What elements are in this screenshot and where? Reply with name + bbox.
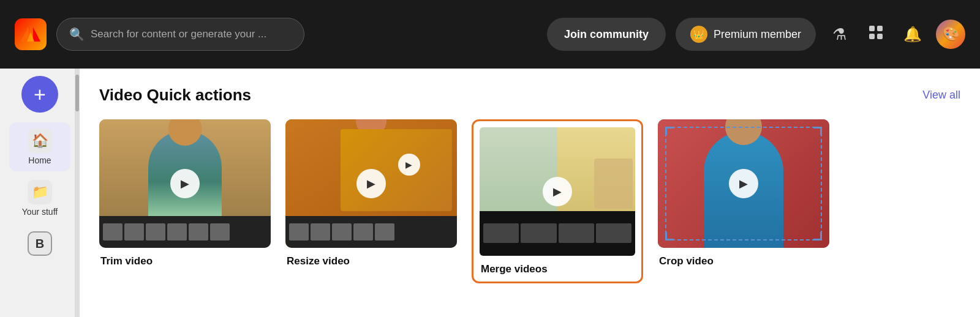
filmstrip-frame bbox=[332, 223, 352, 241]
play-button-crop[interactable]: ▶ bbox=[729, 169, 758, 198]
plus-icon: + bbox=[34, 84, 46, 105]
filmstrip-frame bbox=[167, 223, 187, 241]
svg-rect-1 bbox=[877, 26, 883, 31]
section-header: Video Quick actions View all bbox=[99, 86, 960, 105]
merge-glass bbox=[594, 158, 633, 209]
top-navigation: 🔍 Search for content or generate your ..… bbox=[0, 0, 980, 69]
trim-video-label: Trim video bbox=[99, 255, 271, 267]
merge-videos-label: Merge videos bbox=[480, 263, 635, 275]
merge-videos-thumbnail: ▶ bbox=[480, 127, 635, 256]
bell-button[interactable]: 🔔 bbox=[899, 21, 926, 48]
section-title: Video Quick actions bbox=[99, 86, 251, 105]
sidebar: + 🏠 Home 📁 Your stuff B bbox=[0, 69, 80, 317]
merge-filmstrip-frame bbox=[596, 223, 631, 243]
crown-icon: 👑 bbox=[690, 26, 707, 43]
merge-filmstrip-frame bbox=[559, 223, 594, 243]
crop-corner-tl bbox=[665, 127, 674, 135]
filmstrip-frame bbox=[189, 223, 208, 241]
avatar-emoji: 🎨 bbox=[943, 26, 959, 42]
play-button-resize-overlay[interactable]: ▶ bbox=[398, 154, 420, 176]
sidebar-scrollbar-thumb bbox=[75, 75, 79, 111]
crop-corner-bl bbox=[665, 232, 674, 241]
join-community-button[interactable]: Join community bbox=[547, 18, 666, 51]
svg-rect-2 bbox=[869, 34, 875, 39]
premium-label: Premium member bbox=[714, 28, 801, 41]
sidebar-item-home-label: Home bbox=[28, 155, 51, 165]
resize-video-label: Resize video bbox=[285, 255, 457, 267]
sidebar-item-your-stuff[interactable]: 📁 Your stuff bbox=[9, 174, 70, 223]
bell-icon: 🔔 bbox=[903, 26, 922, 43]
user-avatar[interactable]: 🎨 bbox=[936, 20, 965, 49]
flask-button[interactable]: ⚗ bbox=[826, 21, 853, 48]
sidebar-item-your-stuff-label: Your stuff bbox=[22, 207, 58, 217]
svg-rect-0 bbox=[869, 26, 875, 31]
apps-icon bbox=[868, 24, 884, 44]
card-resize-video[interactable]: ▶ ▶ Resize video bbox=[285, 119, 457, 283]
crop-corner-br bbox=[813, 232, 822, 241]
merge-filmstrip-frame bbox=[521, 223, 556, 243]
flask-icon: ⚗ bbox=[832, 25, 846, 44]
view-all-link[interactable]: View all bbox=[922, 89, 960, 102]
crop-corner-tr bbox=[813, 127, 822, 135]
trim-video-head bbox=[168, 119, 202, 146]
sidebar-item-home[interactable]: 🏠 Home bbox=[9, 122, 70, 171]
crop-video-thumbnail: ▶ bbox=[658, 119, 829, 248]
resize-video-filmstrip bbox=[285, 216, 457, 248]
cards-row: ▶ Trim video bbox=[99, 119, 960, 283]
crop-video-label: Crop video bbox=[658, 255, 829, 267]
folder-icon: 📁 bbox=[32, 184, 48, 200]
search-bar[interactable]: 🔍 Search for content or generate your ..… bbox=[56, 18, 304, 51]
your-stuff-icon-container: 📁 bbox=[28, 180, 52, 204]
premium-member-button[interactable]: 👑 Premium member bbox=[676, 18, 816, 51]
filmstrip-frame bbox=[375, 223, 394, 241]
content-area: Video Quick actions View all bbox=[80, 69, 980, 317]
trim-video-main-image bbox=[99, 119, 271, 216]
search-placeholder: Search for content or generate your ... bbox=[91, 28, 266, 40]
card-crop-video[interactable]: ▶ Crop video bbox=[658, 119, 829, 283]
merge-videos-filmstrip bbox=[480, 211, 635, 256]
sidebar-item-brand[interactable]: B bbox=[9, 225, 70, 262]
apps-button[interactable] bbox=[862, 21, 889, 48]
svg-rect-3 bbox=[877, 34, 883, 39]
resize-video-thumbnail: ▶ ▶ bbox=[285, 119, 457, 248]
card-trim-video[interactable]: ▶ Trim video bbox=[99, 119, 271, 283]
filmstrip-frame bbox=[353, 223, 373, 241]
filmstrip-frame bbox=[146, 223, 165, 241]
adobe-logo[interactable] bbox=[15, 18, 47, 50]
resize-video-main-image bbox=[285, 119, 457, 216]
play-button-trim[interactable]: ▶ bbox=[170, 169, 200, 198]
home-icon: 🏠 bbox=[32, 133, 48, 149]
trim-video-thumbnail: ▶ bbox=[99, 119, 271, 248]
filmstrip-frame bbox=[289, 223, 309, 241]
card-merge-videos[interactable]: ▶ Merge videos bbox=[472, 119, 643, 283]
brand-icon-container: B bbox=[28, 231, 52, 256]
search-icon: 🔍 bbox=[69, 27, 85, 42]
merge-filmstrip-frame bbox=[483, 223, 519, 243]
home-icon-container: 🏠 bbox=[28, 129, 52, 153]
filmstrip-frame bbox=[311, 223, 330, 241]
filmstrip-frame bbox=[103, 223, 123, 241]
filmstrip-frame bbox=[210, 223, 230, 241]
play-button-resize[interactable]: ▶ bbox=[356, 169, 386, 198]
main-layout: + 🏠 Home 📁 Your stuff B Video Quick acti bbox=[0, 69, 980, 317]
filmstrip-frame bbox=[124, 223, 144, 241]
add-button[interactable]: + bbox=[21, 76, 58, 113]
brand-icon: B bbox=[36, 237, 44, 251]
resize-video-overlay bbox=[341, 129, 452, 211]
sidebar-scrollbar[interactable] bbox=[75, 69, 80, 317]
play-button-merge[interactable]: ▶ bbox=[543, 177, 572, 206]
trim-video-filmstrip bbox=[99, 216, 271, 248]
